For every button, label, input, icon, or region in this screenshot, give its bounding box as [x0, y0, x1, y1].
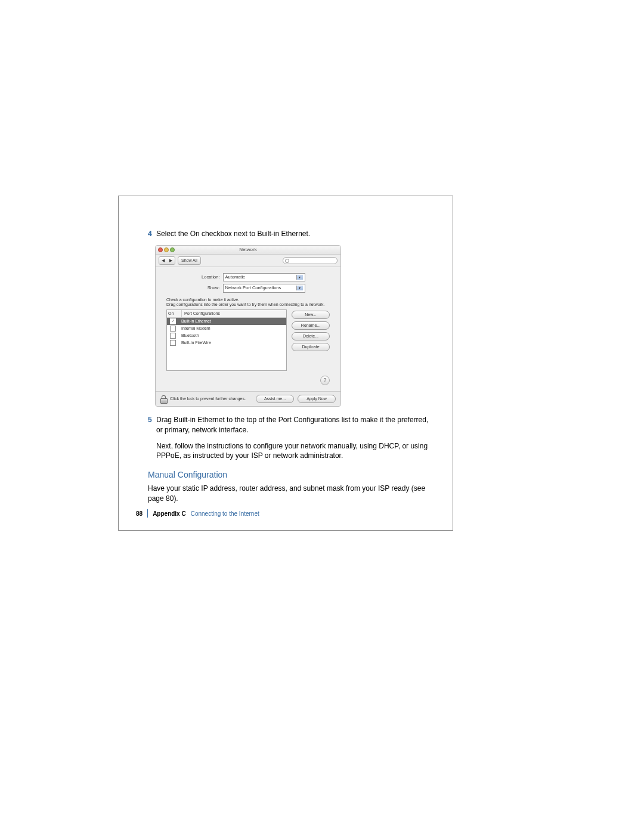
lock-icon[interactable] — [160, 395, 166, 402]
list-item[interactable]: Internal Modem — [167, 325, 286, 332]
on-checkbox[interactable] — [170, 326, 176, 332]
back-icon[interactable]: ◀ — [159, 257, 167, 264]
dropdown-arrow-icon: ▾ — [296, 286, 303, 290]
location-value: Automatic — [225, 274, 245, 281]
network-pref-window: Network ◀ ▶ Show All Location: Automatic… — [155, 245, 341, 407]
section-heading: Manual Configuration — [148, 469, 434, 481]
paragraph-manual: Have your static IP address, router addr… — [148, 484, 434, 504]
on-checkbox[interactable] — [170, 340, 176, 346]
col-on: On — [167, 310, 182, 317]
step-number: 5 — [148, 415, 156, 435]
port-name: Built-in Ethernet — [179, 318, 286, 325]
show-dropdown[interactable]: Network Port Configurations ▾ — [223, 284, 305, 293]
footer-divider — [147, 509, 148, 518]
on-checkbox[interactable]: ✓ — [170, 318, 176, 324]
step-5: 5 Drag Built-in Ethernet to the top of t… — [148, 415, 434, 435]
page-footer: 88 Appendix C Connecting to the Internet — [136, 509, 259, 518]
step-text: Drag Built-in Ethernet to the top of the… — [156, 415, 434, 435]
lock-text: Click the lock to prevent further change… — [170, 396, 246, 402]
port-name: Internal Modem — [179, 325, 286, 332]
on-checkbox[interactable] — [170, 333, 176, 339]
toolbar: ◀ ▶ Show All — [156, 255, 340, 267]
list-header: On Port Configurations — [167, 310, 286, 318]
help-button[interactable]: ? — [320, 376, 330, 385]
show-value: Network Port Configurations — [225, 285, 281, 292]
page-number: 88 — [136, 510, 143, 517]
window-title: Network — [156, 246, 340, 253]
step-text: Select the On checkbox next to Built-in … — [156, 229, 434, 239]
delete-button[interactable]: Delete... — [292, 332, 330, 340]
port-name: Built-in FireWire — [179, 339, 286, 346]
chapter-title: Connecting to the Internet — [191, 510, 259, 517]
location-label: Location: — [191, 274, 220, 281]
step-4: 4 Select the On checkbox next to Built-i… — [148, 229, 434, 239]
duplicate-button[interactable]: Duplicate — [292, 343, 330, 351]
search-input[interactable] — [283, 257, 338, 264]
port-config-list[interactable]: On Port Configurations ✓Built-in Etherne… — [166, 309, 287, 371]
appendix-label: Appendix C — [153, 510, 186, 517]
apply-button[interactable]: Apply Now — [298, 395, 336, 403]
rename-button[interactable]: Rename... — [292, 321, 330, 330]
assist-button[interactable]: Assist me... — [256, 395, 294, 403]
dropdown-arrow-icon: ▾ — [296, 275, 303, 280]
new-button[interactable]: New... — [292, 311, 330, 319]
col-name: Port Configurations — [182, 310, 286, 317]
list-item[interactable]: Bluetooth — [167, 332, 286, 339]
forward-icon[interactable]: ▶ — [167, 257, 175, 264]
step-number: 4 — [148, 229, 156, 239]
show-all-button[interactable]: Show All — [178, 256, 201, 265]
list-item[interactable]: ✓Built-in Ethernet — [167, 318, 286, 325]
titlebar: Network — [156, 246, 340, 255]
instructions-text: Check a configuration to make it active.… — [166, 298, 330, 308]
port-name: Bluetooth — [179, 332, 286, 339]
nav-back-forward[interactable]: ◀ ▶ — [159, 256, 175, 265]
list-item[interactable]: Built-in FireWire — [167, 339, 286, 346]
location-dropdown[interactable]: Automatic ▾ — [223, 273, 305, 282]
show-label: Show: — [191, 285, 220, 292]
paragraph-next: Next, follow the instructions to configu… — [156, 441, 434, 462]
